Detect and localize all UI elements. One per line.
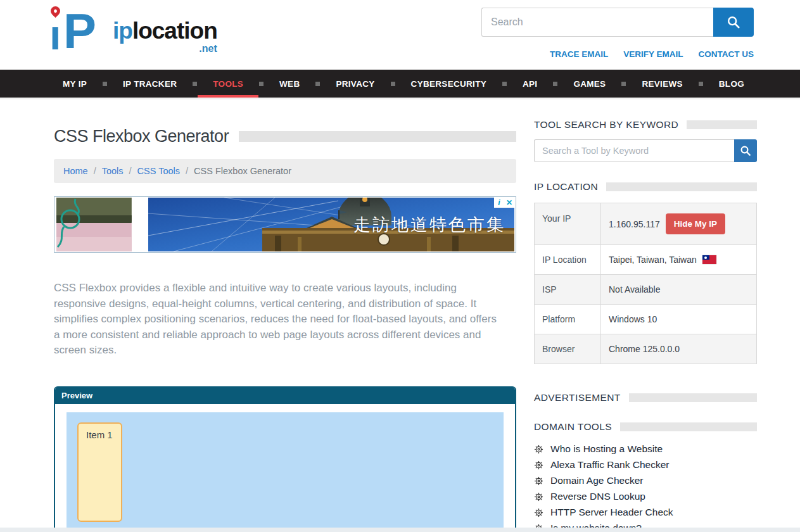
- hide-my-ip-button[interactable]: Hide My IP: [666, 213, 725, 234]
- nav-separator: [621, 82, 626, 86]
- tool-search-heading: TOOL SEARCH BY KEYWORD: [534, 119, 678, 130]
- heading-decorative-bar: [620, 422, 757, 431]
- nav-item-web[interactable]: WEB: [270, 70, 308, 98]
- heading-decorative-bar: [687, 120, 757, 129]
- list-item[interactable]: HTTP Server Header Check: [534, 507, 757, 518]
- domain-tools-heading: DOMAIN TOOLS: [534, 421, 612, 433]
- gear-icon: [534, 508, 543, 517]
- list-item[interactable]: Alexa Traffic Rank Checker: [534, 459, 757, 471]
- nav-item-api[interactable]: API: [514, 70, 546, 98]
- logo-wordmark: iplocation .net: [113, 19, 217, 54]
- isp-value: Not Available: [601, 275, 756, 304]
- table-row-platform: Platform Windows 10: [535, 305, 756, 334]
- trace-email-link[interactable]: TRACE EMAIL: [550, 49, 608, 59]
- list-item[interactable]: Reverse DNS Lookup: [534, 491, 757, 502]
- advertisement-heading: ADVERTISEMENT: [534, 392, 621, 403]
- nav-separator: [502, 82, 507, 86]
- ad-headline: 走訪地道特色市集: [353, 213, 505, 236]
- tool-search-input[interactable]: [534, 139, 734, 162]
- nav-separator: [103, 82, 107, 86]
- your-ip-value: 1.160.95.117: [609, 219, 660, 229]
- header-search-button[interactable]: [713, 8, 754, 37]
- ip-location-value: Taipei, Taiwan, Taiwan: [609, 255, 697, 265]
- tool-link-alexa-rank[interactable]: Alexa Traffic Rank Checker: [550, 459, 670, 471]
- gear-icon: [534, 492, 543, 502]
- logo-letter-p: P: [63, 6, 96, 56]
- platform-value: Windows 10: [601, 305, 756, 334]
- table-row-ip-location: IP Location Taipei, Taiwan, Taiwan: [535, 245, 756, 275]
- flexbox-preview-item[interactable]: Item 1: [77, 422, 122, 522]
- tool-search-button[interactable]: [734, 139, 757, 162]
- ad-banner[interactable]: 走訪地道特色市集 i ✕: [54, 196, 516, 253]
- site-logo[interactable]: ı P iplocation .net: [49, 5, 217, 61]
- nav-item-blog[interactable]: BLOG: [710, 70, 753, 98]
- tool-link-domain-age[interactable]: Domain Age Checker: [550, 475, 643, 486]
- logo-tld: .net: [113, 44, 217, 54]
- nav-separator: [699, 82, 703, 86]
- nav-separator: [193, 82, 197, 86]
- ad-close-icon[interactable]: ✕: [504, 198, 514, 208]
- header-utility-links: TRACE EMAIL VERIFY EMAIL CONTACT US: [481, 49, 754, 59]
- ad-image-landscape: [56, 198, 132, 251]
- ad-info-icon[interactable]: i: [494, 198, 504, 208]
- verify-email-link[interactable]: VERIFY EMAIL: [623, 49, 683, 59]
- breadcrumb-current: CSS Flexbox Generator: [194, 166, 291, 176]
- tool-link-http-header[interactable]: HTTP Server Header Check: [550, 507, 673, 518]
- preview-panel: Preview Item 1: [54, 386, 516, 532]
- nav-item-games[interactable]: GAMES: [564, 70, 614, 98]
- nav-item-ip-tracker[interactable]: IP TRACKER: [114, 70, 186, 98]
- search-icon: [740, 145, 751, 156]
- main-navbar: MY IP IP TRACKER TOOLS WEB PRIVACY CYBER…: [0, 70, 800, 98]
- ip-location-heading: IP LOCATION: [534, 181, 598, 193]
- preview-panel-header: Preview: [55, 388, 515, 404]
- site-header: ı P iplocation .net TRACE EMAIL VERIFY E…: [0, 0, 800, 70]
- sidebar: TOOL SEARCH BY KEYWORD IP LOCATION Your …: [534, 100, 757, 532]
- nav-separator: [259, 82, 263, 86]
- nav-item-cybersecurity[interactable]: CYBERSECURITY: [402, 70, 495, 98]
- gear-icon: [534, 460, 543, 470]
- breadcrumb-css-tools[interactable]: CSS Tools: [137, 166, 180, 176]
- logo-mark: ı P: [49, 5, 124, 61]
- next-section-edge: [0, 528, 800, 532]
- flexbox-preview-container: Item 1: [67, 412, 504, 532]
- tool-search-form: [534, 139, 757, 162]
- nav-separator: [315, 82, 320, 86]
- browser-value: Chrome 125.0.0.0: [601, 334, 756, 364]
- title-decorative-bar: [239, 131, 516, 142]
- ip-info-table: Your IP 1.160.95.117 Hide My IP IP Locat…: [534, 203, 757, 364]
- tool-link-reverse-dns[interactable]: Reverse DNS Lookup: [550, 491, 645, 502]
- breadcrumb-tools[interactable]: Tools: [102, 166, 124, 176]
- main-content: CSS Flexbox Generator Home / Tools / CSS…: [54, 100, 516, 532]
- nav-item-tools[interactable]: TOOLS: [204, 70, 252, 98]
- table-row-browser: Browser Chrome 125.0.0.0: [535, 334, 756, 364]
- nav-item-my-ip[interactable]: MY IP: [54, 70, 96, 98]
- ad-image-building: 走訪地道特色市集: [148, 198, 514, 251]
- table-row-isp: ISP Not Available: [535, 275, 756, 305]
- heading-decorative-bar: [606, 182, 757, 191]
- nav-item-reviews[interactable]: REVIEWS: [633, 70, 691, 98]
- contact-us-link[interactable]: CONTACT US: [699, 49, 754, 59]
- list-item[interactable]: Domain Age Checker: [534, 475, 757, 486]
- breadcrumb: Home / Tools / CSS Tools / CSS Flexbox G…: [54, 159, 516, 183]
- header-search-form: [481, 8, 754, 37]
- nav-separator: [391, 82, 395, 86]
- tool-link-hosting[interactable]: Who is Hosting a Website: [550, 443, 663, 455]
- header-search-input[interactable]: [481, 8, 713, 37]
- gear-icon: [534, 445, 543, 454]
- nav-separator: [553, 82, 557, 86]
- search-icon: [727, 15, 740, 29]
- table-row-your-ip: Your IP 1.160.95.117 Hide My IP: [535, 203, 756, 245]
- gear-icon: [534, 476, 543, 486]
- logo-letter-i: ı: [49, 14, 61, 56]
- heading-decorative-bar: [629, 393, 757, 402]
- page-title: CSS Flexbox Generator: [54, 127, 229, 146]
- list-item[interactable]: Who is Hosting a Website: [534, 443, 757, 455]
- tool-description: CSS Flexbox provides a flexible and intu…: [54, 281, 505, 358]
- nav-item-privacy[interactable]: PRIVACY: [327, 70, 383, 98]
- domain-tools-list: Who is Hosting a Website Alexa Traffic R…: [534, 443, 757, 532]
- logo-word-location: location: [132, 18, 217, 44]
- taiwan-flag-icon: [702, 255, 716, 264]
- preview-panel-body: Item 1: [55, 404, 515, 532]
- breadcrumb-home[interactable]: Home: [63, 166, 88, 176]
